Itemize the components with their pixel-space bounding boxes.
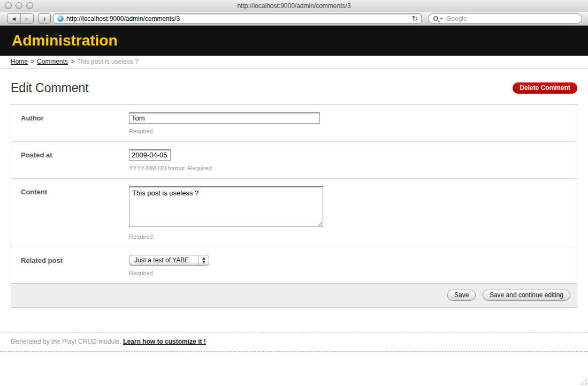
content-label: Content bbox=[21, 186, 129, 240]
site-favicon-globe-icon bbox=[57, 16, 64, 22]
related-post-select[interactable]: Just a test of YABE bbox=[129, 255, 209, 266]
search-placeholder: Google bbox=[446, 15, 467, 22]
related-post-control: Just a test of YABE Required. bbox=[129, 255, 567, 276]
content-textarea[interactable]: This post is useless ? bbox=[129, 186, 323, 227]
address-bar[interactable]: http://localhost:9000/admin/comments/3 ↻ bbox=[54, 13, 422, 24]
breadcrumb: Home>Comments>This post is useless ? bbox=[0, 56, 588, 69]
content-field-row: Content This post is useless ? Required. bbox=[11, 178, 577, 247]
stepper-up-arrow-icon bbox=[202, 257, 205, 260]
main-content: Edit Comment Delete Comment Author Requi… bbox=[0, 81, 588, 308]
content-control: This post is useless ? Required. bbox=[129, 186, 567, 240]
related-post-label: Related post bbox=[21, 255, 129, 276]
search-options-chevron-icon[interactable] bbox=[440, 18, 443, 20]
nav-button-group: ◀ ▶ bbox=[7, 13, 34, 24]
posted-at-control: YYYY-MM-DD format. Required. bbox=[129, 149, 567, 171]
breadcrumb-home-link[interactable]: Home bbox=[11, 58, 28, 65]
browser-toolbar: ◀ ▶ + http://localhost:9000/admin/commen… bbox=[0, 12, 588, 26]
select-stepper-icon bbox=[198, 255, 209, 265]
stepper-down-arrow-icon bbox=[202, 261, 205, 263]
save-button[interactable]: Save bbox=[447, 290, 476, 301]
site-header: Administration bbox=[0, 26, 588, 56]
author-control: Required. bbox=[129, 112, 567, 134]
plus-icon: + bbox=[42, 14, 47, 23]
posted-at-help: YYYY-MM-DD format. Required. bbox=[129, 165, 567, 171]
posted-at-field-row: Posted at YYYY-MM-DD format. Required. bbox=[11, 141, 577, 178]
window-titlebar: http://localhost:9000/admin/comments/3 bbox=[0, 0, 588, 12]
customize-link[interactable]: Learn how to customize it ! bbox=[123, 338, 206, 345]
back-button[interactable]: ◀ bbox=[7, 14, 20, 23]
page-head: Edit Comment Delete Comment bbox=[11, 81, 577, 95]
forward-button[interactable]: ▶ bbox=[20, 14, 34, 23]
address-bar-url: http://localhost:9000/admin/comments/3 bbox=[66, 15, 180, 22]
breadcrumb-current: This post is useless ? bbox=[77, 58, 139, 65]
search-input[interactable]: Google bbox=[428, 13, 582, 24]
breadcrumb-separator: > bbox=[30, 58, 34, 65]
footer-text: Generated by the Play! CRUD module. bbox=[11, 338, 123, 345]
site-title: Administration bbox=[12, 32, 118, 49]
save-and-continue-button[interactable]: Save and continue editing bbox=[483, 290, 570, 301]
edit-comment-form: Author Required. Posted at YYYY-MM-DD fo… bbox=[11, 104, 577, 308]
reload-icon[interactable]: ↻ bbox=[412, 15, 418, 22]
page-footer: Generated by the Play! CRUD module. Lear… bbox=[0, 332, 588, 352]
author-label: Author bbox=[21, 112, 129, 134]
author-help: Required. bbox=[129, 128, 567, 134]
content-help: Required. bbox=[129, 233, 567, 240]
window-resize-grip-icon[interactable] bbox=[580, 378, 587, 385]
back-icon: ◀ bbox=[12, 16, 16, 21]
related-post-selected-value: Just a test of YABE bbox=[129, 256, 198, 264]
new-tab-button[interactable]: + bbox=[38, 13, 51, 24]
form-button-bar: Save Save and continue editing bbox=[11, 283, 577, 307]
related-post-help: Required. bbox=[129, 270, 567, 276]
page-title: Edit Comment bbox=[11, 81, 89, 95]
delete-comment-button[interactable]: Delete Comment bbox=[513, 82, 577, 94]
breadcrumb-separator: > bbox=[71, 58, 74, 65]
author-input[interactable] bbox=[129, 112, 320, 124]
search-icon bbox=[433, 16, 438, 21]
forward-icon: ▶ bbox=[25, 16, 29, 21]
related-post-field-row: Related post Just a test of YABE Require… bbox=[11, 247, 577, 283]
posted-at-input[interactable] bbox=[129, 149, 171, 161]
window-title: http://localhost:9000/admin/comments/3 bbox=[0, 0, 588, 12]
author-field-row: Author Required. bbox=[11, 105, 577, 141]
breadcrumb-comments-link[interactable]: Comments bbox=[37, 58, 68, 65]
posted-at-label: Posted at bbox=[21, 149, 129, 171]
